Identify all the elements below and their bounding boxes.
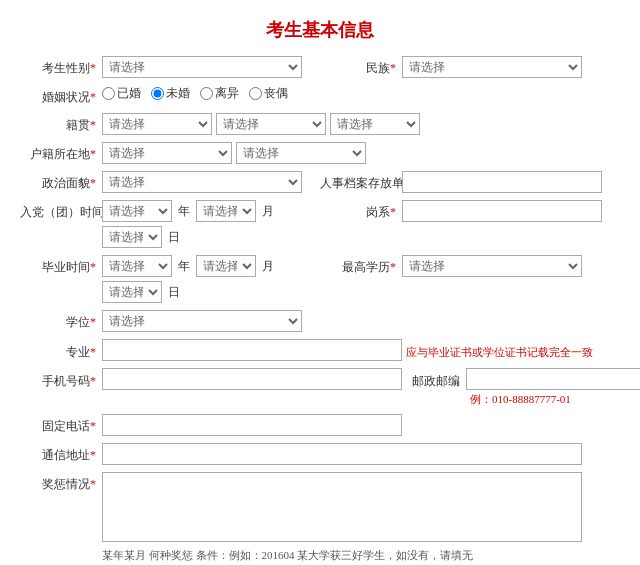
day-unit-rudang: 日 [166, 229, 182, 246]
radio-yihun[interactable]: 已婚 [102, 85, 141, 102]
xuewei-label: 学位* [20, 310, 102, 331]
nation-label: 民族* [320, 56, 402, 77]
rudang-label: 入党（团）时间* [20, 200, 102, 221]
hukou-city-select[interactable]: 请选择 [236, 142, 366, 164]
gender-select[interactable]: 请选择 男 女 [102, 56, 302, 78]
jiguan-select-3[interactable]: 请选择 [330, 113, 420, 135]
danwei-label: 人事档案存放单位 [320, 171, 402, 192]
politics-label: 政治面貌* [20, 171, 102, 192]
politics-select[interactable]: 请选择 [102, 171, 302, 193]
marriage-label: 婚姻状况* [20, 85, 102, 106]
hukou-label: 户籍所在地* [20, 142, 102, 163]
day-unit-biye: 日 [166, 284, 182, 301]
radio-liyi[interactable]: 离异 [200, 85, 239, 102]
rudang-month-select[interactable]: 请选择 [196, 200, 256, 222]
jiangcheng-hint: 某年某月 何种奖惩 条件：例如：201604 某大学获三好学生，如没有，请填无 [102, 548, 473, 563]
marriage-radio-group: 已婚 未婚 离异 丧偶 [102, 85, 288, 102]
xitong-input[interactable] [402, 200, 602, 222]
gender-label: 考生性别* [20, 56, 102, 77]
jiguan-select-2[interactable]: 请选择 [216, 113, 326, 135]
jiguan-select-1[interactable]: 请选择 [102, 113, 212, 135]
phone-input[interactable] [102, 368, 402, 390]
biye-day-select[interactable]: 请选择 [102, 281, 162, 303]
youbian-label: 邮政邮编 [406, 369, 466, 390]
youbian-input[interactable] [466, 368, 640, 390]
hukou-province-select[interactable]: 请选择 [102, 142, 232, 164]
month-unit-biye: 月 [260, 258, 276, 275]
jiguan-label: 籍贯* [20, 113, 102, 134]
year-unit-biye: 年 [176, 258, 192, 275]
radio-weihun[interactable]: 未婚 [151, 85, 190, 102]
biye-month-select[interactable]: 请选择 [196, 255, 256, 277]
gudingtel-input[interactable] [102, 414, 402, 436]
month-unit-rudang: 月 [260, 203, 276, 220]
tongxin-input[interactable] [102, 443, 582, 465]
year-unit-rudang: 年 [176, 203, 192, 220]
biye-label: 毕业时间* [20, 255, 102, 276]
xueli-select[interactable]: 请选择 [402, 255, 582, 277]
page-title: 考生基本信息 [20, 10, 620, 42]
xitong-label: 岗系* [320, 200, 402, 221]
nation-select[interactable]: 请选择 汉族 [402, 56, 582, 78]
gudingtel-label: 固定电话* [20, 414, 102, 435]
youbian-example: 例：010-88887777-01 [470, 392, 571, 407]
xuewei-select[interactable]: 请选择 [102, 310, 302, 332]
radio-sangou[interactable]: 丧偶 [249, 85, 288, 102]
phone-label: 手机号码* [20, 369, 102, 390]
tongxin-label: 通信地址* [20, 443, 102, 464]
zhuanye-label: 专业* [20, 340, 102, 361]
jiangcheng-label: 奖惩情况* [20, 472, 102, 493]
zhuanye-hint: 应与毕业证书或学位证书记载完全一致 [406, 345, 593, 360]
rudang-year-select[interactable]: 请选择 [102, 200, 172, 222]
danwei-input[interactable] [402, 171, 602, 193]
rudang-day-select[interactable]: 请选择 [102, 226, 162, 248]
zhuanye-input[interactable] [102, 339, 402, 361]
xueli-label: 最高学历* [320, 255, 402, 276]
jiangcheng-textarea[interactable] [102, 472, 582, 542]
biye-year-select[interactable]: 请选择 [102, 255, 172, 277]
